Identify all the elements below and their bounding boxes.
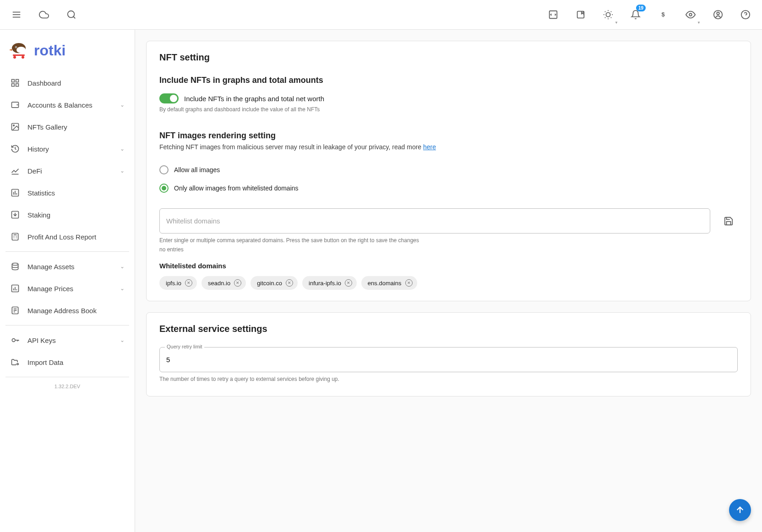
include-nfts-toggle[interactable] [159,93,179,103]
external-services-card: External service settings Query retry li… [146,312,751,396]
search-button[interactable] [62,5,81,24]
chevron-down-icon: ▼ [697,21,701,25]
read-more-link[interactable]: here [423,143,436,151]
chip-label: seadn.io [208,280,230,287]
nav-icon [10,78,20,88]
nav-label: DeFi [27,167,113,175]
nav-icon [10,100,20,110]
input-hint: Enter single or multiple comma separated… [159,237,710,244]
svg-point-24 [16,47,16,48]
chip-remove-button[interactable]: ✕ [405,279,413,287]
nav-label: Statistics [27,189,125,197]
nav-icon [10,188,20,198]
nft-settings-card: NFT setting Include NFTs in graphs and t… [146,41,751,301]
whitelist-domains-input[interactable] [159,208,710,233]
sidebar-item[interactable]: Profit And Loss Report [0,226,135,248]
chip-label: infura-ipfs.io [309,280,341,287]
nav-icon [10,357,20,367]
chip-remove-button[interactable]: ✕ [286,279,293,287]
radio-whitelist-only[interactable]: Only allow images from whitelisted domai… [159,179,738,197]
currency-button[interactable]: $ [654,5,672,24]
svg-point-3 [68,11,75,18]
svg-rect-26 [13,54,25,56]
card-title: NFT setting [159,52,738,63]
chip-remove-button[interactable]: ✕ [234,279,241,287]
sidebar-item[interactable]: Manage Assets⌄ [0,255,135,277]
sidebar-item[interactable]: Dashboard [0,72,135,94]
user-button[interactable] [709,5,727,24]
nav-label: Manage Assets [27,263,113,271]
sidebar: rotki DashboardAccounts & Balances⌄NFTs … [0,30,135,532]
svg-rect-31 [16,84,19,87]
radio-label: Allow all images [174,166,220,174]
svg-point-35 [13,125,14,126]
svg-rect-42 [12,233,18,240]
section-heading: Include NFTs in graphs and total amounts [159,76,738,85]
scroll-top-button[interactable] [729,499,751,521]
sidebar-item[interactable]: Manage Address Book [0,299,135,321]
nav-label: Dashboard [27,79,125,87]
nav-divider [5,251,129,252]
nav-icon [10,210,20,220]
nav-label: NFTs Gallery [27,123,125,131]
nav-label: History [27,145,113,153]
nav-label: API Keys [27,337,113,344]
sidebar-item[interactable]: Statistics [0,182,135,204]
help-button[interactable] [736,5,755,24]
chevron-down-icon: ⌄ [120,146,125,152]
theme-button[interactable]: ▼ [599,5,617,24]
svg-line-15 [611,11,611,12]
sidebar-item[interactable]: Staking [0,204,135,226]
code-icon[interactable] [544,5,562,24]
nav-icon [10,261,20,271]
nav-icon [10,122,20,132]
card-title: External service settings [159,324,738,334]
privacy-button[interactable]: ▼ [681,5,700,24]
svg-point-17 [689,13,692,16]
svg-point-48 [12,263,18,266]
chip-label: gitcoin.co [257,280,282,287]
radio-icon [159,165,169,174]
notifications-button[interactable]: 19 [626,5,645,24]
chip-label: ens.domains [368,280,402,287]
sidebar-item[interactable]: Manage Prices⌄ [0,277,135,299]
section-heading: NFT images rendering setting [159,131,738,141]
query-retry-input[interactable] [159,347,738,372]
input-hint: The number of times to retry a query to … [159,376,738,382]
note-icon[interactable] [572,5,590,24]
sidebar-item[interactable]: API Keys⌄ [0,329,135,351]
rendering-description: Fetching NFT images from malicious serve… [159,143,738,151]
version-label: 1.32.2.DEV [5,377,129,396]
svg-line-10 [605,11,605,12]
sidebar-item[interactable]: Accounts & Balances⌄ [0,94,135,116]
chip-remove-button[interactable]: ✕ [185,279,192,287]
sidebar-item[interactable]: History⌄ [0,138,135,160]
svg-point-7 [606,12,610,16]
svg-line-4 [73,16,75,18]
svg-point-57 [12,339,15,342]
chevron-down-icon: ⌄ [120,285,125,292]
svg-point-19 [717,12,719,15]
brand-logo [8,40,29,61]
cloud-icon[interactable] [35,5,53,24]
chip-remove-button[interactable]: ✕ [345,279,352,287]
nav-label: Profit And Loss Report [27,233,125,241]
sidebar-item[interactable]: DeFi⌄ [0,160,135,182]
radio-allow-all[interactable]: Allow all images [159,161,738,179]
chevron-down-icon: ⌄ [120,168,125,174]
chevron-down-icon: ▼ [615,21,618,25]
svg-point-27 [13,56,16,59]
domain-chip: gitcoin.co✕ [250,276,298,290]
svg-rect-29 [12,80,15,82]
nav-icon [10,305,20,315]
chevron-down-icon: ⌄ [120,102,125,108]
save-whitelist-button[interactable] [719,208,738,234]
input-label: Query retry limit [165,344,204,349]
chevron-down-icon: ⌄ [120,337,125,343]
menu-button[interactable] [7,5,26,24]
chip-label: ipfs.io [166,280,181,287]
brand: rotki [0,34,135,72]
sidebar-item[interactable]: Import Data [0,351,135,373]
sidebar-item[interactable]: NFTs Gallery [0,116,135,138]
svg-line-11 [611,17,611,18]
